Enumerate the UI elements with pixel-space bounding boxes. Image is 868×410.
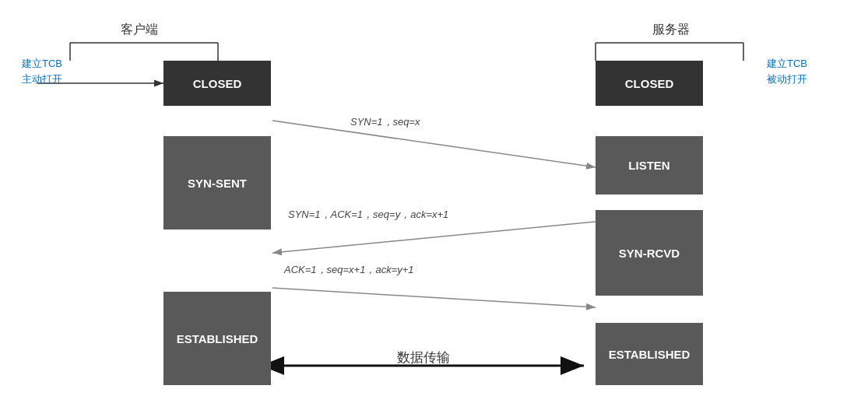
server-label: 服务器 [652, 22, 690, 38]
client-closed-box: CLOSED [163, 61, 271, 106]
server-syn-rcvd-box: SYN-RCVD [596, 210, 703, 296]
client-syn-sent-box: SYN-SENT [163, 136, 271, 230]
diagram: 客户端 服务器 建立TCB 主动打开 建立TCB 被动打开 CLOSED SYN… [0, 0, 868, 410]
server-established-box: ESTABLISHED [596, 323, 703, 385]
right-note: 建立TCB 被动打开 [767, 56, 807, 86]
server-closed-box: CLOSED [596, 61, 703, 106]
syn-ack-label: SYN=1，ACK=1，seq=y，ack=x+1 [288, 208, 448, 222]
svg-line-8 [272, 222, 596, 253]
data-transfer-label: 数据传输 [397, 349, 450, 366]
client-label: 客户端 [121, 22, 158, 38]
ack-label: ACK=1，seq=x+1，ack=y+1 [284, 263, 414, 277]
client-established-box: ESTABLISHED [163, 292, 271, 385]
svg-line-9 [272, 288, 596, 307]
server-listen-box: LISTEN [596, 136, 703, 194]
svg-line-7 [272, 121, 596, 167]
syn-label: SYN=1，seq=x [350, 115, 420, 129]
left-note: 建立TCB 主动打开 [22, 56, 62, 86]
